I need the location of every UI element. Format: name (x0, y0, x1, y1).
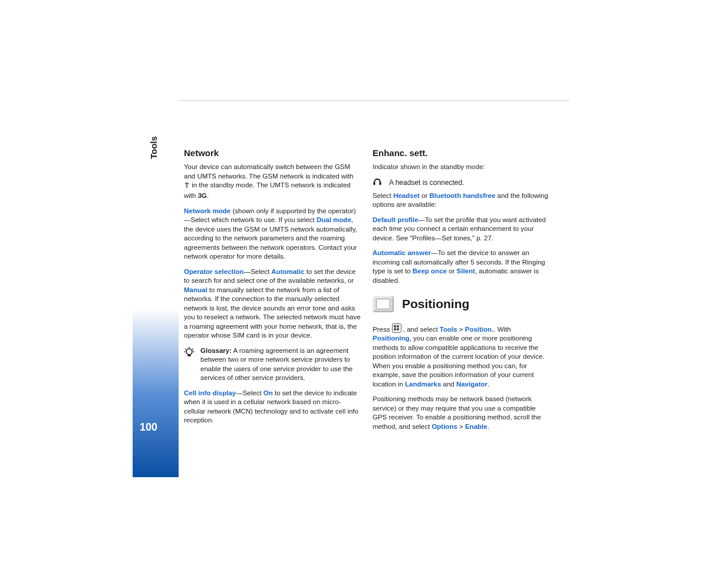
svg-line-3 (185, 349, 186, 350)
indicator-headset-text: A headset is connected. (389, 178, 464, 187)
indicator-headset-row: A headset is connected. (373, 178, 549, 189)
network-intro: Your device can automatically switch bet… (184, 163, 361, 200)
text: to manually select the network from a li… (184, 286, 361, 339)
heading-network: Network (184, 147, 361, 159)
text: or (447, 267, 457, 275)
link-automatic[interactable]: Automatic (271, 268, 304, 275)
text: in the standby mode. The UMTS network is… (184, 181, 351, 199)
text: —Select (236, 389, 263, 396)
svg-rect-7 (374, 182, 375, 185)
heading-positioning: Positioning (402, 296, 469, 312)
text: or (420, 192, 430, 199)
text: and (441, 381, 456, 388)
label-automatic-answer: Automatic answer (373, 249, 431, 256)
label-cell-info-display: Cell info display (184, 389, 236, 396)
umts-3g-icon: 3G (198, 191, 207, 201)
svg-rect-8 (380, 182, 381, 185)
glossary-label: Glossary: (200, 347, 232, 354)
positioning-para-1: Press , and select Tools > Position.. Wi… (373, 323, 549, 389)
link-beep-once[interactable]: Beep once (413, 267, 447, 275)
page-content: Network Your device can automatically sw… (184, 147, 561, 437)
label-default-profile: Default profile (373, 216, 418, 223)
link-on[interactable]: On (263, 389, 273, 396)
link-dual-mode[interactable]: Dual mode (317, 216, 351, 223)
text: —Select (244, 268, 272, 275)
operator-selection-para: Operator selection—Select Automatic to s… (184, 267, 361, 340)
text: > (457, 326, 465, 333)
text: . With (493, 326, 510, 333)
text: Press (373, 326, 392, 333)
text: Your device can automatically switch bet… (184, 163, 353, 180)
network-mode-para: Network mode (shown only if supported by… (184, 207, 361, 262)
label-network-mode: Network mode (184, 207, 230, 214)
side-section-label: Tools (149, 136, 159, 159)
text: . (207, 192, 209, 199)
text: . (487, 381, 489, 388)
link-headset[interactable]: Headset (393, 192, 420, 199)
default-profile-para: Default profile—To set the profile that … (373, 216, 549, 243)
cell-info-para: Cell info display—Select On to set the d… (184, 389, 361, 425)
svg-line-4 (192, 349, 193, 350)
heading-enhanc-sett: Enhanc. sett. (373, 147, 549, 159)
link-landmarks[interactable]: Landmarks (405, 381, 441, 388)
link-navigator[interactable]: Navigator (456, 381, 487, 388)
headset-icon (373, 178, 383, 189)
link-positioning[interactable]: Positioning (373, 335, 410, 342)
gsm-signal-icon (184, 181, 190, 191)
glossary-block: Glossary: A roaming agreement is an agre… (184, 346, 361, 383)
text: . (487, 423, 489, 430)
link-options[interactable]: Options (431, 423, 457, 430)
select-enhancement-para: Select Headset or Bluetooth handsfree an… (373, 191, 549, 210)
link-position[interactable]: Position. (465, 326, 494, 333)
label-operator-selection: Operator selection (184, 268, 244, 275)
automatic-answer-para: Automatic answer—To set the device to an… (373, 249, 549, 285)
svg-point-0 (186, 349, 192, 355)
link-enable[interactable]: Enable (465, 423, 487, 430)
svg-rect-1 (188, 355, 191, 356)
positioning-para-2: Positioning methods may be network based… (373, 395, 549, 431)
positioning-map-icon (373, 296, 394, 312)
link-manual[interactable]: Manual (184, 286, 207, 293)
text: Select (373, 192, 393, 199)
text: , you can enable one or more positioning… (373, 335, 545, 388)
indicator-intro: Indicator shown in the standby mode: (373, 163, 549, 172)
menu-key-icon (392, 323, 401, 333)
text: , and select (401, 326, 440, 333)
glossary-text: Glossary: A roaming agreement is an agre… (200, 346, 361, 383)
link-bluetooth-handsfree[interactable]: Bluetooth handsfree (430, 192, 496, 199)
link-tools[interactable]: Tools (440, 326, 457, 333)
link-silent[interactable]: Silent (457, 267, 475, 275)
right-column: Enhanc. sett. Indicator shown in the sta… (373, 147, 549, 437)
heading-positioning-row: Positioning (373, 296, 549, 312)
lightbulb-icon (184, 346, 195, 383)
text: > (457, 423, 465, 430)
left-column: Network Your device can automatically sw… (184, 147, 361, 437)
page-number: 100 (140, 421, 157, 434)
